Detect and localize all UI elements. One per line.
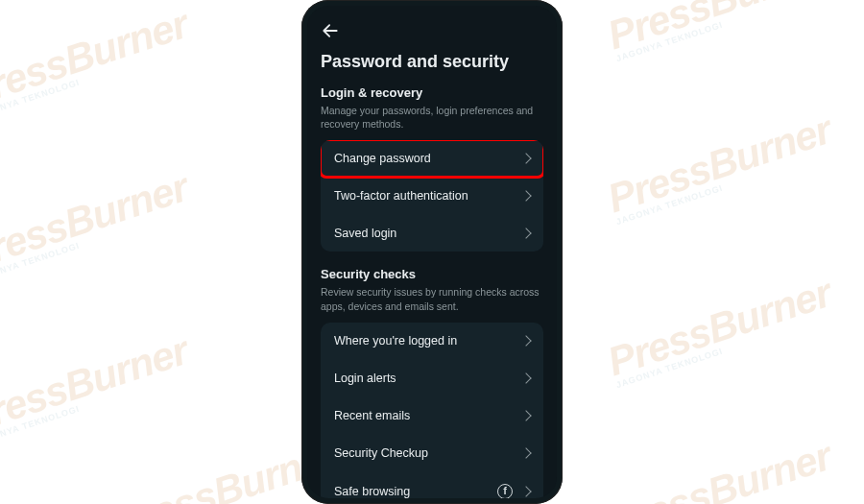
facebook-icon: f — [497, 484, 513, 498]
row-saved-login[interactable]: Saved login — [321, 214, 543, 252]
section-login-subtitle: Manage your passwords, login preferences… — [321, 104, 543, 131]
row-safe-browsing[interactable]: Safe browsing f — [321, 471, 543, 498]
row-recent-emails[interactable]: Recent emails — [321, 396, 543, 434]
row-label: Two-factor authentication — [334, 189, 515, 203]
row-label: Where you're logged in — [334, 334, 515, 348]
chevron-right-icon — [520, 228, 531, 239]
section-checks-subtitle: Review security issues by running checks… — [321, 285, 543, 312]
row-label: Saved login — [334, 227, 515, 240]
row-label: Login alerts — [334, 372, 515, 385]
row-label: Security Checkup — [334, 446, 515, 460]
watermark-brand: PressBurner — [0, 4, 192, 113]
row-security-checkup[interactable]: Security Checkup — [321, 434, 543, 471]
chevron-right-icon — [520, 191, 531, 202]
row-where-logged-in[interactable]: Where you're logged in — [321, 323, 543, 359]
security-checks-card: Where you're logged in Login alerts Rece… — [321, 323, 543, 498]
row-label: Change password — [334, 152, 515, 165]
row-two-factor[interactable]: Two-factor authentication — [321, 177, 543, 214]
row-login-alerts[interactable]: Login alerts — [321, 359, 543, 396]
chevron-right-icon — [520, 335, 531, 346]
chevron-right-icon — [520, 410, 531, 420]
chevron-right-icon — [520, 447, 531, 458]
row-change-password[interactable]: Change password — [321, 140, 543, 177]
section-login-title: Login & recovery — [321, 85, 543, 100]
row-label: Safe browsing — [334, 485, 490, 498]
chevron-right-icon — [520, 154, 531, 164]
chevron-right-icon — [520, 486, 531, 496]
page-title: Password and security — [321, 52, 543, 72]
back-arrow-icon[interactable] — [321, 21, 340, 40]
watermark-tag: JAGONYA TEKNOLOGI — [0, 40, 195, 121]
chevron-right-icon — [520, 372, 531, 383]
phone-frame: Password and security Login & recovery M… — [301, 0, 563, 504]
screen: Password and security Login & recovery M… — [307, 6, 557, 498]
row-label: Recent emails — [334, 409, 515, 422]
section-checks-title: Security checks — [321, 267, 543, 281]
login-recovery-card: Change password Two-factor authenticatio… — [321, 140, 543, 252]
